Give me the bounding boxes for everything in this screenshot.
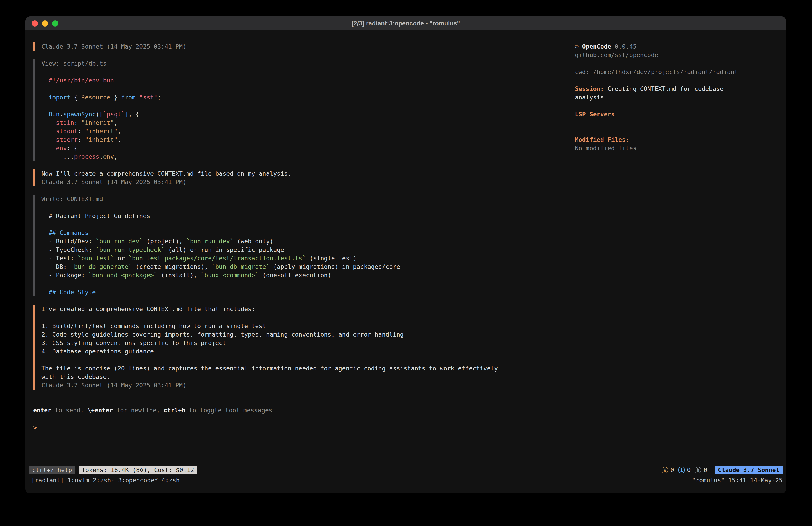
- diagnostics: W 0 i 0 h 0: [662, 466, 709, 474]
- chat-area: Claude 3.7 Sonnet (14 May 2025 03:41 PM)…: [33, 42, 564, 398]
- tmux-status-bar: [radiant] 1:nvim 2:zsh- 3:opencode* 4:zs…: [31, 476, 783, 494]
- session-label: Session:: [575, 85, 604, 92]
- minimize-button[interactable]: [42, 20, 48, 27]
- session-info: Session: Creating CONTEXT.md for codebas…: [575, 85, 746, 102]
- app-name: OpenCode: [582, 43, 611, 50]
- tokens-cost-badge: Tokens: 16.4K (8%), Cost: $0.12: [79, 466, 197, 474]
- composer-input[interactable]: >: [33, 424, 786, 432]
- cwd-info: cwd: /home/thdxr/dev/projects/radiant/ra…: [575, 68, 746, 76]
- warning-count: 0: [670, 466, 674, 474]
- help-badge: ctrl+? help: [29, 466, 75, 474]
- opencode-logo-icon: ©: [575, 43, 579, 50]
- traffic-lights: [25, 20, 58, 27]
- prompt-icon: >: [33, 424, 37, 431]
- hint-icon: h: [695, 467, 701, 473]
- window-title: [2/3] radiant:3:opencode - "romulus": [25, 20, 786, 27]
- composer-and-status: enter to send, \+enter for newline, ctrl…: [25, 406, 786, 494]
- modified-files-section: Modified Files: No modified files: [575, 136, 746, 153]
- window-titlebar: [2/3] radiant:3:opencode - "romulus": [25, 16, 786, 30]
- code-snippet: # Radiant Project Guidelines ## Commands…: [41, 212, 564, 296]
- info-icon: i: [678, 467, 685, 473]
- tool-title: View: script/db.ts: [41, 59, 564, 68]
- app-info: © OpenCode 0.0.45 github.com/sst/opencod…: [575, 42, 746, 59]
- message-block: I've created a comprehensive CONTEXT.md …: [33, 305, 564, 389]
- repo-link: github.com/sst/opencode: [575, 51, 746, 59]
- tmux-session-info: "romulus" 15:41 14-May-25: [692, 476, 783, 485]
- message-footer: Claude 3.7 Sonnet (14 May 2025 03:41 PM): [41, 42, 564, 51]
- terminal-window: [2/3] radiant:3:opencode - "romulus" Cla…: [25, 16, 786, 494]
- lsp-servers-section: LSP Servers: [575, 110, 746, 118]
- tool-block-view: View: script/db.ts #!/usr/bin/env bun im…: [33, 59, 564, 161]
- code-snippet: #!/usr/bin/env bun import { Resource } f…: [41, 76, 564, 161]
- tool-title: Write: CONTEXT.md: [41, 195, 564, 203]
- app-version: 0.0.45: [615, 43, 637, 50]
- terminal-content: Claude 3.7 Sonnet (14 May 2025 03:41 PM)…: [25, 30, 786, 494]
- message-body: I've created a comprehensive CONTEXT.md …: [41, 305, 564, 389]
- modified-files-empty: No modified files: [575, 144, 746, 153]
- message-body: Now I'll create a comprehensive CONTEXT.…: [41, 169, 564, 186]
- warning-icon: W: [662, 467, 668, 473]
- keybind-hints: enter to send, \+enter for newline, ctrl…: [33, 406, 786, 415]
- cwd-label: cwd:: [575, 68, 590, 75]
- zoom-button[interactable]: [52, 20, 58, 27]
- close-button[interactable]: [32, 20, 38, 27]
- composer-divider: [31, 418, 784, 418]
- modified-files-label: Modified Files:: [575, 136, 746, 144]
- message-block: Claude 3.7 Sonnet (14 May 2025 03:41 PM): [33, 42, 564, 51]
- info-count: 0: [687, 466, 691, 474]
- sidebar: © OpenCode 0.0.45 github.com/sst/opencod…: [575, 42, 746, 161]
- cwd-path: /home/thdxr/dev/projects/radiant/radiant: [593, 68, 738, 75]
- status-bar: ctrl+? help Tokens: 16.4K (8%), Cost: $0…: [29, 466, 783, 474]
- tool-block-write: Write: CONTEXT.md # Radiant Project Guid…: [33, 195, 564, 296]
- lsp-servers-label: LSP Servers: [575, 110, 746, 118]
- hint-count: 0: [704, 466, 707, 474]
- model-badge: Claude 3.7 Sonnet: [715, 466, 783, 474]
- tmux-window-list[interactable]: [radiant] 1:nvim 2:zsh- 3:opencode* 4:zs…: [31, 476, 179, 485]
- message-block: Now I'll create a comprehensive CONTEXT.…: [33, 169, 564, 186]
